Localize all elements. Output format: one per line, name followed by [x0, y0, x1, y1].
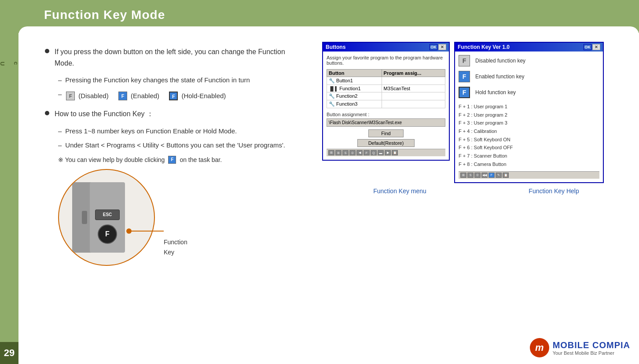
- enabled-desc: Enabled function key: [475, 74, 524, 80]
- help-taskbar-2: 0: [474, 173, 481, 178]
- sub-item-2a: – Press 1~8 number keys on Function Enab…: [58, 126, 305, 136]
- buttons-dialog-titlebar: Buttons OK ✕: [323, 43, 449, 51]
- disabled-desc: Disabled function key: [475, 58, 525, 64]
- bullet-1: If you press the down button on the left…: [45, 46, 305, 69]
- buttons-dialog-controls[interactable]: OK ✕: [430, 44, 446, 50]
- help-close-btn[interactable]: ✕: [592, 44, 600, 50]
- logo-area: m MOBILE COMPIA Your Best Mobile Biz Par…: [530, 338, 630, 357]
- taskbar-f1-icon: 0: [349, 150, 356, 155]
- sub-1a-text: Pressing the Function key changes the st…: [65, 75, 250, 85]
- table-row: 🔧 Function3: [327, 100, 445, 108]
- help-taskbar-4: F: [488, 173, 495, 178]
- buttons-dialog: Buttons OK ✕ Assign your favorite progra…: [322, 42, 450, 161]
- help-taskbar-1: S: [467, 173, 474, 178]
- buttons-dialog-title: Buttons: [326, 44, 345, 50]
- table-row: 🔧 Function2: [327, 92, 445, 100]
- taskbar-f2-icon: ◀: [356, 150, 363, 155]
- table-row: ▐▌▌ Function1 M3ScanTest: [327, 85, 445, 92]
- combo-8: F + 8 : Camera Button: [459, 160, 599, 169]
- disabled-label: (Disabled): [78, 91, 108, 101]
- help-taskbar-6: 📋: [503, 173, 509, 178]
- help-ok-btn[interactable]: OK: [584, 44, 591, 50]
- logo-m-icon: m: [530, 338, 549, 357]
- fkey-enabled-icon: F: [118, 92, 127, 100]
- f-button: F: [98, 224, 117, 244]
- note-text2: on the task bar.: [180, 155, 222, 165]
- side-button: [82, 211, 87, 224]
- help-dialog-controls[interactable]: OK ✕: [584, 44, 600, 50]
- sub-2b-text: Under Start < Programs < Utility < Butto…: [65, 140, 285, 151]
- default-restore-button[interactable]: Default(Restore): [357, 139, 415, 147]
- bullet-2-text: How to use the Function Key ：: [55, 108, 154, 120]
- device-body-wrapper: ESC F: [59, 170, 154, 265]
- arrow-line: [129, 231, 164, 232]
- bullet-1-text: If you press the down button on the left…: [55, 46, 305, 69]
- note-text: ※ You can view help by double clicking: [58, 155, 165, 165]
- text-panel: If you press the down button on the left…: [18, 33, 318, 364]
- captions-row: Function Key menu Function Key Help: [322, 188, 630, 195]
- enabled-label: (Enabled): [131, 91, 159, 101]
- help-dialog-title: Function Key Ver 1.0: [458, 44, 510, 50]
- help-row-enabled: F Enabled function key: [459, 71, 599, 82]
- sub-item-1a: – Pressing the Function key changes the …: [58, 75, 305, 85]
- col-button: Button: [327, 70, 382, 77]
- fkey-disabled-icon: F: [66, 92, 75, 100]
- sidebar: BasicUsage: [0, 0, 18, 364]
- page-title: Function Key Mode: [44, 8, 165, 22]
- device-face: ESC F: [90, 182, 125, 253]
- taskbar-f3-icon: F: [364, 150, 370, 155]
- combo-2: F + 2 : User program 2: [459, 111, 599, 119]
- help-dialog-titlebar: Function Key Ver 1.0 OK ✕: [455, 43, 603, 51]
- taskbar-start-icon: ⊞: [328, 150, 334, 155]
- taskbar-f4-icon: Q: [371, 150, 377, 155]
- assignment-path: \Flash Disk\Scanner\M3ScanTest.exe: [327, 118, 445, 127]
- taskbar-f6-icon: ▶: [385, 150, 391, 155]
- hold-desc: Hold function key: [475, 89, 516, 96]
- fkey-hold-icon: F: [169, 92, 178, 100]
- fkey-hold-big: F: [459, 87, 470, 98]
- combo-3: F + 3 : User program 3: [459, 119, 599, 127]
- taskbar-clipboard-icon: 📋: [392, 150, 398, 155]
- brand-tagline: Your Best Mobile Biz Partner: [553, 350, 630, 356]
- buttons-ok-btn[interactable]: OK: [430, 44, 437, 50]
- main-content: If you press the down button on the left…: [18, 33, 639, 364]
- caption-left: Function Key menu: [373, 188, 426, 195]
- hold-label: (Hold-Enabled): [181, 91, 226, 101]
- right-panels: Buttons OK ✕ Assign your favorite progra…: [318, 33, 639, 364]
- buttons-dialog-body: Assign your favorite program to the prog…: [323, 51, 449, 160]
- function-key-label: Function Key: [164, 237, 187, 257]
- help-dialog-body: F Disabled function key F Enabled functi…: [455, 51, 603, 182]
- taskbar-scan-icon: S: [342, 150, 349, 155]
- device-image-area: ESC F Function Key: [58, 169, 181, 266]
- help-row-disabled: F Disabled function key: [459, 55, 599, 66]
- page-number: 29: [0, 342, 18, 364]
- help-taskbar-5: ✎: [496, 173, 502, 178]
- logo-text-block: MOBILE COMPIA Your Best Mobile Biz Partn…: [553, 340, 630, 356]
- device-circle: ESC F: [58, 169, 155, 266]
- bullet-dot-2: [45, 111, 49, 115]
- fkey-states-row: F (Disabled) F (Enabled) F (Hold-Enabled…: [65, 91, 226, 101]
- taskbar-b-icon: B: [335, 150, 342, 155]
- dialogs-row: Buttons OK ✕ Assign your favorite progra…: [322, 42, 630, 183]
- col-program: Program assig...: [382, 70, 445, 77]
- fkey-combos: F + 1 : User program 1 F + 2 : User prog…: [459, 103, 599, 169]
- brand-name: MOBILE COMPIA: [553, 340, 630, 350]
- combo-7: F + 7 : Scanner Button: [459, 152, 599, 160]
- note-fkey-icon: F: [168, 156, 176, 164]
- help-dialog: Function Key Ver 1.0 OK ✕ F Disabled fun…: [454, 42, 604, 183]
- bullet-dot-1: [45, 49, 49, 53]
- buttons-close-btn[interactable]: ✕: [438, 44, 446, 50]
- combo-4: F + 4 : Calibration: [459, 127, 599, 136]
- buttons-taskbar: ⊞ B S 0 ◀ F Q ▬ ▶ 📋: [327, 149, 445, 156]
- table-row: 🔧 Button1: [327, 77, 445, 85]
- find-button[interactable]: Find: [368, 129, 404, 137]
- note-row: ※ You can view help by double clicking F…: [58, 155, 305, 165]
- combo-5: F + 5 : Soft Keybord ON: [459, 136, 599, 144]
- caption-right: Function Key Help: [529, 188, 579, 195]
- sub-item-1b: – F (Disabled) F (Enabled) F (Hold-Enabl…: [58, 89, 305, 101]
- help-row-hold: F Hold function key: [459, 87, 599, 98]
- assign-text: Assign your favorite program to the prog…: [327, 55, 445, 66]
- help-taskbar: ⊞ S 0 ◀◀ F ✎ 📋: [459, 171, 599, 179]
- esc-button: ESC: [95, 210, 120, 220]
- assignment-label: Button assignment :: [327, 112, 445, 117]
